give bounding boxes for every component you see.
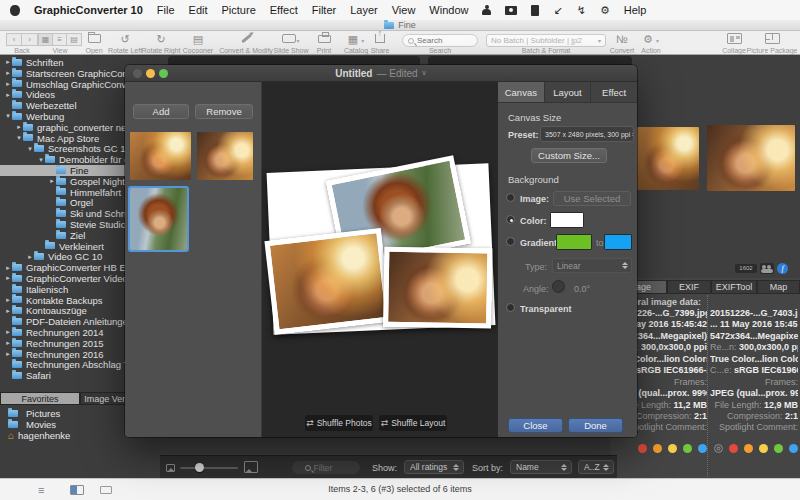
batch-format-dropdown[interactable]: No Batch | Subfolder | jp2▾ (486, 34, 606, 47)
label-dot-blue[interactable] (698, 444, 707, 453)
dialog-thumbnail-photo[interactable] (197, 132, 253, 180)
disclosure-right-icon[interactable]: ▸ (26, 253, 34, 261)
disclosure-right-icon[interactable]: ▸ (4, 69, 12, 77)
resize-arrow-menu-icon[interactable]: ↙ (553, 5, 562, 16)
view-list-icon[interactable]: ≡ (53, 33, 67, 46)
label-dot-yellow[interactable] (759, 444, 768, 453)
angle-knob[interactable] (552, 280, 565, 293)
disclosure-right-icon[interactable]: ▸ (4, 296, 12, 304)
tab-canvas[interactable]: Canvas (498, 82, 545, 102)
filter-input[interactable] (314, 463, 348, 473)
disclosure-right-icon[interactable]: ▸ (4, 339, 12, 347)
minimize-traffic-light[interactable] (146, 69, 155, 78)
thumbnail-cell[interactable] (428, 56, 632, 65)
disclosure-right-icon[interactable]: ▸ (4, 307, 12, 315)
order-dropdown[interactable]: A..Z (578, 460, 614, 474)
menu-item-edit[interactable]: Edit (189, 4, 208, 16)
view-detail-icon[interactable]: ▤ (67, 33, 82, 46)
apple-menu-icon[interactable] (10, 5, 20, 16)
disclosure-right-icon[interactable]: ▸ (4, 328, 12, 336)
tab-layout[interactable]: Layout (545, 82, 592, 102)
menu-item-window[interactable]: Window (429, 4, 468, 16)
dialog-thumbnail-photo[interactable] (130, 132, 191, 180)
show-dropdown[interactable]: All ratings (404, 460, 464, 474)
forward-icon[interactable]: › (22, 33, 38, 46)
menu-item-layer[interactable]: Layer (350, 4, 378, 16)
disclosure-right-icon[interactable]: ▸ (15, 123, 23, 131)
label-dot-green[interactable] (774, 444, 783, 453)
menu-item-effect[interactable]: Effect (270, 4, 298, 16)
picture-package-button[interactable]: Picture Package (752, 32, 792, 54)
browser-thumbnail-photo[interactable] (637, 127, 699, 190)
label-dot-blue[interactable] (789, 444, 798, 453)
collage-canvas[interactable] (267, 163, 496, 335)
close-traffic-light[interactable] (133, 69, 142, 78)
label-dot-none[interactable] (714, 444, 723, 453)
menu-app-name[interactable]: GraphicConverter 10 (34, 4, 143, 16)
window-title-bar[interactable]: Fine (0, 20, 800, 31)
action-button[interactable]: ⚙ ▾ Action (636, 32, 666, 54)
gradient-to-swatch[interactable] (604, 234, 632, 250)
slider-knob[interactable] (195, 463, 204, 472)
thumbnail-size-large-icon[interactable] (244, 461, 258, 473)
remove-button[interactable]: Remove (195, 104, 253, 119)
close-button[interactable]: Close (508, 418, 563, 433)
menu-item-view[interactable]: View (392, 4, 416, 16)
image-radio[interactable] (506, 193, 515, 202)
done-button[interactable]: Done (568, 418, 623, 433)
sort-dropdown[interactable]: Name (510, 460, 572, 474)
menu-item-picture[interactable]: Picture (222, 4, 256, 16)
menu-item-file[interactable]: File (157, 4, 175, 16)
disclosure-down-icon[interactable]: ▾ (37, 156, 45, 164)
use-selected-button[interactable]: Use Selected (553, 191, 631, 206)
gear-menu-icon[interactable]: ⚙ (600, 5, 610, 16)
disclosure-right-icon[interactable]: ▸ (4, 350, 12, 358)
gradient-from-swatch[interactable] (556, 234, 592, 250)
thumbnail-cell[interactable] (168, 56, 420, 65)
collage-photo-left[interactable] (264, 228, 391, 335)
dialog-title-bar[interactable]: Untitled — Edited ∨ (125, 65, 637, 82)
disclosure-right-icon[interactable]: ▸ (4, 58, 12, 66)
clipboard-menu-icon[interactable] (531, 5, 539, 16)
disclosure-down-icon[interactable]: ▾ (26, 145, 34, 153)
menu-item-help[interactable]: Help (624, 4, 647, 16)
zoom-traffic-light[interactable] (159, 69, 168, 78)
flash-menu-icon[interactable]: ↯ (577, 5, 586, 16)
tab-effect[interactable]: Effect (591, 82, 637, 102)
type-dropdown[interactable]: Linear (552, 258, 632, 273)
label-dot-red[interactable] (729, 444, 738, 453)
color-swatch-white[interactable] (550, 212, 584, 228)
tab-favorites[interactable]: Favorites (0, 392, 80, 405)
transparent-radio[interactable] (506, 303, 515, 312)
dialog-thumbnail-photo-selected[interactable] (130, 188, 187, 250)
disclosure-right-icon[interactable]: ▸ (4, 264, 12, 272)
color-radio[interactable] (506, 215, 515, 224)
user-menu-icon[interactable] (482, 5, 491, 16)
disclosure-right-icon[interactable]: ▸ (4, 91, 12, 99)
label-dot-yellow[interactable] (668, 444, 677, 453)
tab-exif[interactable]: EXIF (667, 280, 711, 294)
preset-dropdown[interactable]: 3507 x 2480 pixels, 300 ppi (540, 126, 634, 142)
shuffle-photos-button[interactable]: ⇄ Shuffle Photos (305, 415, 373, 431)
camera-menu-icon[interactable] (505, 6, 517, 15)
browser-thumbnail-photo[interactable] (707, 125, 795, 191)
label-dot-orange[interactable] (744, 444, 753, 453)
title-popup-chevron-icon[interactable]: ∨ (422, 69, 427, 77)
disclosure-down-icon[interactable]: ▾ (15, 134, 23, 142)
back-icon[interactable]: ‹ (6, 33, 22, 46)
gradient-radio[interactable] (506, 237, 515, 246)
disclosure-right-icon[interactable]: ▸ (4, 274, 12, 282)
disclosure-right-icon[interactable]: ▸ (48, 177, 56, 185)
label-dot-red[interactable] (638, 444, 647, 453)
tab-map[interactable]: Map (757, 280, 800, 294)
thumbnail-size-slider[interactable] (180, 467, 238, 469)
label-dot-orange[interactable] (653, 444, 662, 453)
shuffle-layout-button[interactable]: ⇄ Shuffle Layout (379, 415, 447, 431)
menu-item-filter[interactable]: Filter (312, 4, 336, 16)
add-button[interactable]: Add (133, 104, 189, 119)
search-input[interactable] (417, 36, 467, 45)
label-dot-green[interactable] (683, 444, 692, 453)
disclosure-down-icon[interactable]: ▾ (4, 112, 12, 120)
collage-photo-right[interactable] (383, 247, 492, 329)
custom-size-button[interactable]: Custom Size... (531, 148, 607, 163)
